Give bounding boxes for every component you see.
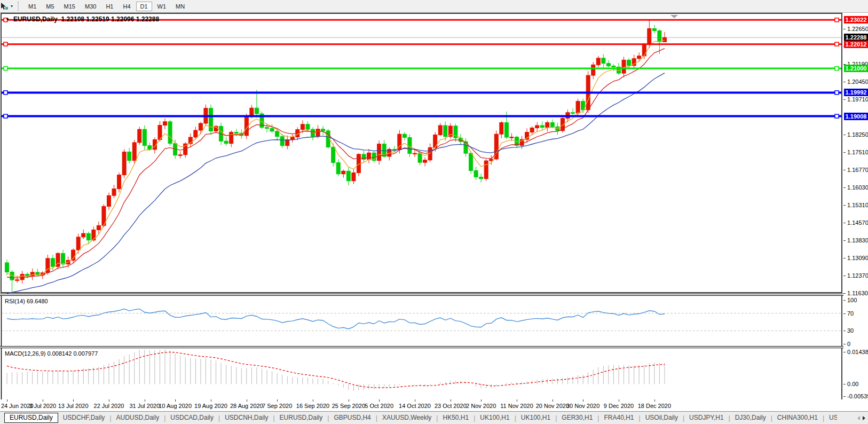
date-label: 25 Sep 2020 (332, 403, 365, 409)
tab-USDCAD-Daily[interactable]: USDCAD,Daily (165, 413, 218, 423)
tab-UK100-H1[interactable]: UK100,H1 (516, 413, 555, 423)
toolbar-grip (18, 2, 19, 11)
macd-signal-line (7, 352, 665, 388)
price-tick-dash (843, 276, 846, 276)
timeframe-button-M30[interactable]: M30 (81, 2, 100, 11)
tab-US[interactable]: US (824, 413, 837, 423)
date-tick (43, 399, 43, 402)
chart-ohlc-values: 1.22108 1.22519 1.22096 1.22288 (61, 15, 160, 23)
date-label: 7 Sep 2020 (262, 403, 292, 409)
price-tick: 1.19710 (847, 96, 868, 103)
price-badge-1.19992: 1.19992 (844, 89, 868, 96)
date-tick (7, 399, 7, 402)
date-tick (211, 399, 211, 402)
price-tick-dash (843, 205, 846, 206)
tab-FRA40-H1[interactable]: FRA40,H1 (599, 413, 638, 423)
price-badge-1.21000: 1.21000 (844, 65, 868, 72)
date-tick (313, 399, 313, 402)
price-tick: 1.16770 (847, 167, 868, 173)
timeframe-buttons: M1M5M15M30H1H4D1W1MN (23, 2, 190, 11)
date-label: 2 Nov 2020 (466, 403, 496, 409)
tab-UK100-H1[interactable]: UK100,H1 (475, 413, 514, 423)
timeframe-button-H1[interactable]: H1 (101, 2, 117, 11)
tab-USDCHF-Daily[interactable]: USDCHF,Daily (58, 413, 110, 423)
price-tick: 1.13830 (847, 237, 868, 244)
price-tick-dash (843, 82, 846, 82)
date-tick (415, 399, 415, 402)
price-tick: 1.22650 (847, 26, 868, 32)
rsi-line (7, 309, 665, 329)
mt4-window: ▾ M1M5M15M30H1H4D1W1MN ▼ EURUSD,Daily 1.… (0, 0, 868, 424)
macd-tick-dash (843, 352, 846, 352)
price-tick-dash (843, 135, 846, 135)
timeframe-button-M5[interactable]: M5 (42, 2, 58, 11)
tab-HK50-H1[interactable]: HK50,H1 (438, 413, 474, 423)
rsi-tick: 70 (847, 310, 854, 317)
timeframe-button-D1[interactable]: D1 (136, 2, 152, 11)
date-label: 20 Nov 2020 (536, 403, 569, 409)
rsi-tick-dash (843, 331, 846, 331)
price-tick: 1.12370 (847, 272, 868, 279)
tab-USDJPY-H1[interactable]: USDJPY,H1 (684, 413, 728, 423)
chart-tab-bar: EURUSD,DailyUSDCHF,Daily|AUDUSD,Daily|US… (0, 411, 868, 424)
price-tick: 1.14570 (847, 219, 868, 226)
date-label: 19 Aug 2020 (194, 403, 227, 409)
toolbar: ▾ M1M5M15M30H1H4D1W1MN (0, 0, 868, 13)
price-scale[interactable]: 1.226501.219301.211901.204501.197101.182… (843, 13, 868, 411)
price-tick-dash (843, 223, 846, 223)
macd-pane[interactable]: MACD(12,26,9) 0.008142 0.007977 (0, 348, 843, 399)
tab-EURUSD-Daily[interactable]: EURUSD,Daily (275, 413, 328, 423)
tab-USOil-Daily[interactable]: USOil,Daily (641, 413, 683, 423)
tab-AUDUSD-Daily[interactable]: AUDUSD,Daily (112, 413, 164, 423)
price-tick: 1.18250 (847, 131, 868, 138)
rsi-pane[interactable]: RSI(14) 69.6480 (0, 296, 843, 346)
timeframe-button-M1[interactable]: M1 (24, 2, 41, 11)
chart-cursor-icon[interactable] (1, 2, 9, 11)
date-label: 23 Oct 2020 (435, 403, 467, 409)
date-tick (73, 399, 74, 402)
main-chart-pane[interactable]: ▼ EURUSD,Daily 1.22108 1.22519 1.22096 1… (0, 13, 843, 294)
chart-menu-arrow-icon[interactable]: ▼ (5, 17, 10, 22)
timeframe-button-H4[interactable]: H4 (119, 2, 135, 11)
date-label: 5 Oct 2020 (365, 403, 393, 409)
date-label: 31 Jul 2020 (129, 403, 160, 409)
date-label: 30 Nov 2020 (566, 403, 599, 409)
tab-scroll-arrows (856, 416, 868, 420)
macd-tick-dash (843, 384, 846, 384)
tab-scroll-left-icon[interactable] (857, 416, 860, 420)
price-tick-dash (843, 258, 846, 258)
price-tick: 1.13090 (847, 255, 868, 261)
macd-tick: -0.005396 (847, 393, 868, 399)
chart-title: ▼ EURUSD,Daily 1.22108 1.22519 1.22096 1… (5, 15, 159, 23)
rsi-tick: 0 (847, 341, 850, 347)
price-badge-1.22012: 1.22012 (844, 41, 868, 48)
price-tick-dash (843, 152, 846, 153)
date-axis[interactable]: 24 Jun 20203 Jul 202013 Jul 202022 Jul 2… (0, 399, 843, 411)
price-tick: 1.20450 (847, 78, 868, 85)
tab-CHINA300-H1[interactable]: CHINA300,H1 (772, 413, 823, 423)
tab-USDCNH-Daily[interactable]: USDCNH,Daily (220, 413, 273, 423)
price-tick-dash (843, 187, 846, 188)
macd-label: MACD(12,26,9) 0.008142 0.007977 (5, 350, 98, 357)
timeframe-button-M15[interactable]: M15 (60, 2, 80, 11)
date-label: 9 Dec 2020 (604, 403, 634, 409)
price-badge-1.19008: 1.19008 (844, 113, 868, 120)
price-tick: 1.15310 (847, 202, 868, 208)
tab-EURUSD-Daily[interactable]: EURUSD,Daily (4, 413, 58, 423)
timeframe-button-MN[interactable]: MN (171, 2, 189, 11)
date-label: 3 Jul 2020 (29, 403, 56, 409)
macd-tick: 0.00 (847, 381, 858, 387)
tab-GBPUSD-H4[interactable]: GBPUSD,H4 (329, 413, 375, 423)
date-tick (553, 399, 553, 402)
tab-XAUUSD-Weekly[interactable]: XAUUSD,Weekly (377, 413, 436, 423)
rsi-label: RSI(14) 69.6480 (5, 298, 48, 304)
date-tick (175, 399, 176, 402)
macd-tick: 0.014384 (847, 349, 868, 355)
timeframe-button-W1[interactable]: W1 (153, 2, 171, 11)
tab-DJ30-Daily[interactable]: DJ30,Daily (730, 413, 771, 423)
tab-GER30-H1[interactable]: GER30,H1 (557, 413, 597, 423)
date-tick (145, 399, 145, 402)
tab-scroll-right-icon[interactable] (863, 416, 865, 420)
date-tick (379, 399, 380, 402)
toolbar-dropdown-caret-icon[interactable]: ▾ (11, 4, 13, 9)
